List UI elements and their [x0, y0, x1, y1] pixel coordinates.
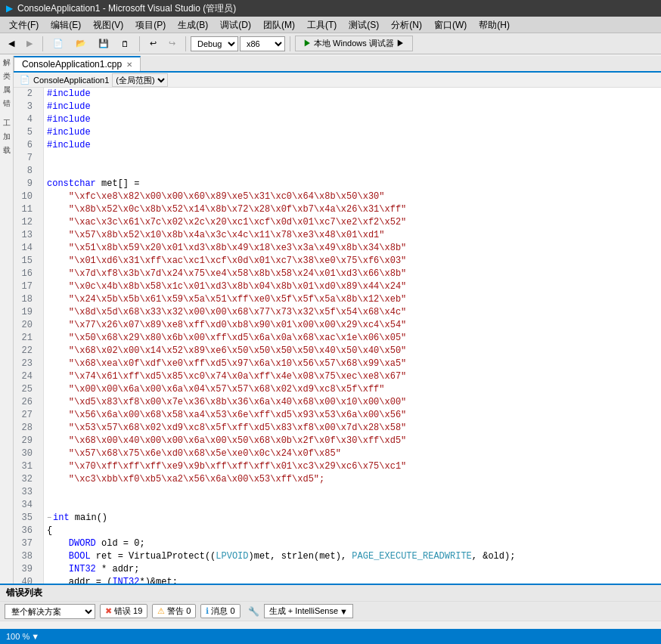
- run-icon: ▶: [303, 39, 312, 48]
- code-line-27: "\x56\x6a\x00\x68\x58\xa4\x53\x6e\xff\xd…: [47, 409, 658, 422]
- build-dropdown-arrow: ▼: [340, 607, 348, 616]
- message-icon: ℹ: [206, 606, 209, 616]
- code-line-25: "\x00\x00\x6a\x00\x6a\x04\x57\x57\x68\x0…: [47, 383, 658, 396]
- toolbar-btn-redo[interactable]: ↪: [163, 36, 181, 51]
- menu-project[interactable]: 项目(P): [129, 17, 172, 33]
- warning-count-label: 警告 0: [167, 605, 191, 617]
- code-line-29: "\x68\x00\x40\x00\x00\x6a\x00\x50\x68\x0…: [47, 435, 658, 447]
- code-line-23: "\x68\xea\x0f\xdf\xe0\xff\xd5\x97\x6a\x1…: [47, 358, 658, 370]
- code-line-39: INT32 * addr;: [47, 563, 658, 576]
- code-area[interactable]: #include #include #include #include #inc…: [44, 88, 661, 584]
- error-badge[interactable]: ✖ 错误 19: [100, 604, 147, 618]
- sidebar-icon-5[interactable]: 工: [0, 116, 14, 130]
- menu-tools[interactable]: 工具(T): [301, 17, 343, 33]
- message-count-label: 消息 0: [211, 605, 234, 617]
- sidebar-icon-6[interactable]: 加: [0, 130, 14, 144]
- code-line-33: [47, 486, 658, 499]
- message-badge[interactable]: ℹ 消息 0: [200, 604, 240, 618]
- toolbar-btn-undo[interactable]: ↩: [144, 36, 162, 51]
- code-line-15: "\x01\xd6\x31\xff\xac\xc1\xcf\x0d\x01\xc…: [47, 255, 658, 268]
- code-line-10: "\xfc\xe8\x82\x00\x00\x60\x89\xe5\x31\xc…: [47, 190, 658, 203]
- code-line-2: #include: [47, 88, 658, 101]
- platform-dropdown[interactable]: x86: [240, 36, 285, 51]
- sidebar-icon-2[interactable]: 类: [0, 70, 14, 83]
- status-zoom: 100 % ▼: [0, 629, 661, 644]
- app-icon: ▶: [6, 3, 13, 14]
- toolbar-sep-3: [185, 36, 186, 51]
- code-line-12: "\xac\x3c\x61\x7c\x02\x2c\x20\xc1\xcf\x0…: [47, 216, 658, 229]
- collapse-icon-35[interactable]: −: [47, 512, 51, 525]
- code-line-28: "\x53\x57\x68\x02\xd9\xc8\x5f\xff\xd5\x8…: [47, 422, 658, 435]
- error-icon: ✖: [105, 606, 112, 616]
- titlebar: ▶ ConsoleApplication1 - Microsoft Visual…: [0, 0, 661, 17]
- menubar: 文件(F) 编辑(E) 视图(V) 项目(P) 生成(B) 调试(D) 团队(M…: [0, 17, 661, 33]
- code-line-13: "\x57\x8b\x52\x10\x8b\x4a\x3c\x4c\x11\x7…: [47, 229, 658, 242]
- code-line-37: DWORD old = 0;: [47, 537, 658, 550]
- code-line-14: "\x51\x8b\x59\x20\x01\xd3\x8b\x49\x18\xe…: [47, 242, 658, 255]
- breadcrumb: 📄 ConsoleApplication1 (全局范围): [14, 73, 661, 88]
- menu-edit[interactable]: 编辑(E): [45, 17, 87, 33]
- toolbar-sep-2: [139, 36, 140, 51]
- zoom-level: 100 %: [6, 632, 29, 641]
- editor-container: 2345678910111213141516171819202122232425…: [14, 88, 661, 584]
- code-line-3: #include: [47, 101, 658, 113]
- tab-close-button[interactable]: ✕: [126, 60, 132, 69]
- code-line-21: "\x50\x68\x29\x80\x6b\x00\xff\xd5\x6a\x0…: [47, 332, 658, 345]
- menu-test[interactable]: 测试(S): [343, 17, 385, 33]
- code-line-24: "\x74\x61\xff\xd5\x85\xc0\x74\x0a\xff\x4…: [47, 370, 658, 383]
- menu-window[interactable]: 窗口(W): [428, 17, 473, 33]
- code-line-31: "\x70\xff\xff\xff\xe9\x9b\xff\xff\xff\x0…: [47, 460, 658, 473]
- breadcrumb-icon: 📄: [20, 75, 30, 85]
- sidebar-icon-1[interactable]: 解: [0, 56, 14, 70]
- code-line-35: −int main(): [47, 512, 658, 525]
- code-line-5: #include: [47, 126, 658, 139]
- line-numbers: 2345678910111213141516171819202122232425…: [14, 88, 44, 584]
- warning-icon: ⚠: [157, 606, 165, 616]
- toolbar-btn-forward[interactable]: ▶: [21, 36, 38, 51]
- error-count-label: 错误 19: [114, 605, 142, 617]
- code-line-32: "\xc3\xbb\xf0\xb5\xa2\x56\x6a\x00\x53\xf…: [47, 473, 658, 486]
- sidebar-icon-3[interactable]: 属: [0, 83, 14, 97]
- sidebar-icon-7[interactable]: 载: [0, 144, 14, 157]
- menu-debug[interactable]: 调试(D): [214, 17, 257, 33]
- build-label: 生成 + IntelliSense: [269, 605, 338, 617]
- zoom-dropdown-arrow[interactable]: ▼: [31, 632, 39, 641]
- code-line-19: "\x8d\x5d\x68\x33\x32\x00\x00\x68\x77\x7…: [47, 306, 658, 319]
- build-dropdown[interactable]: 生成 + IntelliSense ▼: [264, 604, 353, 618]
- debug-config-dropdown[interactable]: Debug: [191, 36, 238, 51]
- code-line-4: #include: [47, 113, 658, 126]
- menu-help[interactable]: 帮助(H): [473, 17, 516, 33]
- code-line-26: "\xd5\x83\xf8\x00\x7e\x36\x8b\x36\x6a\x4…: [47, 396, 658, 409]
- tab-main-file[interactable]: ConsoleApplication1.cpp ✕: [14, 56, 141, 71]
- error-list-header: 错误列表: [0, 585, 661, 602]
- tab-filename: ConsoleApplication1.cpp: [22, 59, 122, 70]
- toolbar-btn-save[interactable]: 💾: [93, 36, 114, 51]
- toolbar-btn-new[interactable]: 📄: [48, 36, 69, 51]
- error-list-title: 错误列表: [6, 587, 42, 599]
- code-line-17: "\x0c\x4b\x8b\x58\x1c\x01\xd3\x8b\x04\x8…: [47, 280, 658, 293]
- toolbar-btn-open[interactable]: 📂: [70, 36, 92, 51]
- code-line-20: "\x77\x26\x07\x89\xe8\xff\xd0\xb8\x90\x0…: [47, 319, 658, 332]
- run-debugger-button[interactable]: ▶ 本地 Windows 调试器 ▶: [295, 36, 413, 51]
- filter-icon[interactable]: 🔧: [248, 606, 259, 617]
- breadcrumb-range-dropdown[interactable]: (全局范围): [112, 73, 168, 87]
- toolbar-btn-back[interactable]: ◀: [3, 36, 20, 51]
- solution-filter-dropdown[interactable]: 整个解决方案: [5, 604, 95, 619]
- code-line-34: [47, 499, 658, 512]
- menu-view[interactable]: 视图(V): [87, 17, 129, 33]
- titlebar-text: ConsoleApplication1 - Microsoft Visual S…: [17, 2, 236, 15]
- breadcrumb-scope[interactable]: ConsoleApplication1: [33, 76, 109, 85]
- code-line-18: "\x24\x5b\x5b\x61\x59\x5a\x51\xff\xe0\x5…: [47, 293, 658, 306]
- menu-analyze[interactable]: 分析(N): [385, 17, 428, 33]
- code-line-38: BOOL ret = VirtualProtect((LPVOID)met, s…: [47, 550, 658, 563]
- toolbar-btn-save-all[interactable]: 🗒: [116, 37, 135, 51]
- toolbar-sep-1: [42, 36, 43, 51]
- menu-build[interactable]: 生成(B): [172, 17, 214, 33]
- sidebar-icon-4[interactable]: 错: [0, 97, 14, 110]
- menu-team[interactable]: 团队(M): [257, 17, 301, 33]
- code-line-8: [47, 165, 658, 178]
- code-line-16: "\x7d\xf8\x3b\x7d\x24\x75\xe4\x58\x8b\x5…: [47, 268, 658, 280]
- warning-badge[interactable]: ⚠ 警告 0: [152, 604, 196, 618]
- toolbar-sep-4: [290, 36, 290, 51]
- menu-file[interactable]: 文件(F): [3, 17, 45, 33]
